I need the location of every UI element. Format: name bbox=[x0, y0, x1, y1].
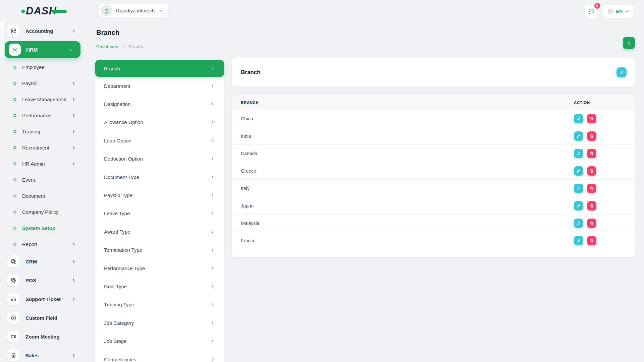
sidebar-item-hrm[interactable]: HRM bbox=[5, 41, 80, 58]
setup-menu-item-label: Goal Type bbox=[104, 284, 127, 289]
sidebar-item-employee[interactable]: Employee bbox=[0, 59, 87, 75]
language-selector[interactable]: EN bbox=[603, 5, 633, 18]
edit-button[interactable] bbox=[574, 219, 583, 228]
branch-panel-header: Branch bbox=[232, 58, 635, 86]
sidebar-item-training[interactable]: Training bbox=[0, 123, 87, 139]
setup-menu-item-label: Payslip Type bbox=[104, 192, 132, 198]
sidebar-item-leave-management[interactable]: Leave Management bbox=[0, 91, 87, 107]
setup-menu-item-deduction-option[interactable]: Deduction Option bbox=[95, 150, 224, 168]
setup-menu-item-designation[interactable]: Designation bbox=[95, 95, 224, 113]
setup-menu-item-competencies[interactable]: Competencies bbox=[95, 350, 224, 362]
trash-icon bbox=[589, 134, 594, 138]
sidebar-item-report[interactable]: Report bbox=[0, 236, 87, 252]
sidebar-item-sales[interactable]: Sales bbox=[0, 346, 87, 362]
setup-menu-item-allowance-option[interactable]: Allowance Option bbox=[95, 113, 224, 131]
setup-menu-item-label: Designation bbox=[104, 101, 130, 107]
chevron-right-icon bbox=[210, 193, 215, 197]
setup-menu-item-performance-type[interactable]: Performance Type bbox=[95, 259, 224, 277]
delete-button[interactable] bbox=[587, 219, 596, 228]
edit-button[interactable] bbox=[574, 236, 583, 245]
chevron-down-icon bbox=[69, 48, 73, 52]
breadcrumb-dashboard-link[interactable]: Dashboard bbox=[96, 44, 118, 49]
sidebar-item-performance[interactable]: Performance bbox=[0, 107, 87, 123]
sidebar-item-pos[interactable]: POS bbox=[0, 271, 87, 290]
delete-button[interactable] bbox=[587, 114, 596, 123]
sidebar-item-support-ticket[interactable]: Support Ticket bbox=[0, 290, 87, 308]
messages-button[interactable]: 0 bbox=[585, 5, 598, 18]
sidebar-item-custom-field[interactable]: Custom Field bbox=[0, 308, 87, 327]
sidebar-item-label: Sales bbox=[25, 353, 39, 358]
chevron-right-icon bbox=[71, 81, 76, 85]
delete-button[interactable] bbox=[587, 131, 596, 141]
panel-title: Branch bbox=[241, 69, 261, 76]
setup-menu-item-leave-type[interactable]: Leave Type bbox=[95, 204, 224, 223]
add-branch-button[interactable] bbox=[623, 37, 635, 49]
edit-button[interactable] bbox=[574, 184, 583, 193]
chevron-right-icon bbox=[210, 266, 215, 270]
setup-menu-item-label: Department bbox=[104, 83, 130, 89]
trash-icon bbox=[589, 238, 594, 243]
setup-menu-item-document-type[interactable]: Document Type bbox=[95, 168, 224, 186]
company-switcher[interactable]: Rajodiya infotech bbox=[99, 3, 168, 18]
sidebar-item-label: Performance bbox=[22, 113, 51, 118]
setup-menu-item-award-type[interactable]: Award Type bbox=[95, 223, 224, 241]
sidebar-item-payroll[interactable]: Payroll bbox=[0, 75, 87, 91]
row-actions bbox=[571, 166, 635, 176]
chat-icon bbox=[588, 8, 595, 15]
sidebar-item-label: Recruitment bbox=[22, 145, 49, 150]
setup-menu-item-job-category[interactable]: Job Category bbox=[95, 314, 224, 332]
sidebar-item-document[interactable]: Document bbox=[0, 188, 87, 204]
sidebar-item-accounting[interactable]: Accounting bbox=[0, 21, 87, 40]
bullet-icon bbox=[13, 194, 17, 198]
setup-menu-item-job-stage[interactable]: Job Stage bbox=[95, 332, 224, 350]
sidebar-item-label: Leave Management bbox=[22, 97, 67, 102]
delete-button[interactable] bbox=[587, 201, 596, 210]
delete-button[interactable] bbox=[587, 166, 596, 176]
trash-icon bbox=[589, 169, 594, 173]
edit-button[interactable] bbox=[574, 201, 583, 210]
chevron-right-icon bbox=[71, 162, 76, 166]
row-actions bbox=[571, 236, 635, 245]
breadcrumb-current: Branch bbox=[128, 44, 143, 49]
edit-button[interactable] bbox=[574, 114, 583, 123]
sidebar-item-event[interactable]: Event bbox=[0, 172, 87, 188]
delete-button[interactable] bbox=[587, 236, 596, 245]
bullet-icon bbox=[13, 162, 17, 166]
setup-menu-item-loan-option[interactable]: Loan Option bbox=[95, 131, 224, 149]
branch-name: Malaysia bbox=[232, 221, 571, 226]
edit-button[interactable] bbox=[574, 166, 583, 176]
breadcrumb: Dashboard Branch bbox=[96, 44, 143, 49]
edit-panel-button[interactable] bbox=[616, 67, 627, 77]
trash-icon bbox=[589, 221, 594, 226]
sidebar-item-zoom-meeting[interactable]: Zoom Meeting bbox=[0, 327, 87, 346]
sidebar-item-recruitment[interactable]: Recruitment bbox=[0, 139, 87, 156]
edit-button[interactable] bbox=[574, 149, 583, 158]
chevron-right-icon bbox=[122, 45, 125, 49]
setup-menu-item-department[interactable]: Department bbox=[95, 77, 224, 95]
app-logo[interactable]: DASH bbox=[21, 5, 67, 17]
sidebar-item-hr-admin[interactable]: HR Admin bbox=[0, 156, 87, 172]
table-row-malaysia: Malaysia bbox=[232, 215, 635, 232]
sidebar-item-company-policy[interactable]: Company Policy bbox=[0, 204, 87, 220]
system-setup-menu-card: BranchDepartmentDesignationAllowance Opt… bbox=[95, 60, 224, 362]
setup-menu-item-goal-type[interactable]: Goal Type bbox=[95, 277, 224, 295]
setup-menu-item-training-type[interactable]: Training Type bbox=[95, 296, 224, 314]
sidebar-item-label: Custom Field bbox=[25, 315, 57, 321]
chevron-right-icon bbox=[210, 66, 215, 71]
chevron-right-icon bbox=[210, 302, 215, 307]
sidebar-item-crm[interactable]: CRM bbox=[0, 252, 87, 271]
setup-menu-item-label: Deduction Option bbox=[104, 156, 143, 162]
sidebar-item-label: CRM bbox=[25, 259, 37, 264]
column-header-branch: Branch bbox=[232, 101, 571, 105]
delete-button[interactable] bbox=[587, 149, 596, 158]
pencil-icon bbox=[619, 70, 624, 75]
setup-menu-item-label: Termination Type bbox=[104, 247, 142, 253]
setup-menu-item-termination-type[interactable]: Termination Type bbox=[95, 241, 224, 259]
bullet-icon bbox=[13, 81, 17, 85]
delete-button[interactable] bbox=[587, 184, 596, 193]
sidebar-item-system-setup[interactable]: System Setup bbox=[0, 220, 87, 236]
edit-button[interactable] bbox=[574, 131, 583, 141]
setup-menu-item-branch[interactable]: Branch bbox=[95, 60, 224, 77]
row-actions bbox=[571, 184, 635, 193]
setup-menu-item-payslip-type[interactable]: Payslip Type bbox=[95, 186, 224, 204]
